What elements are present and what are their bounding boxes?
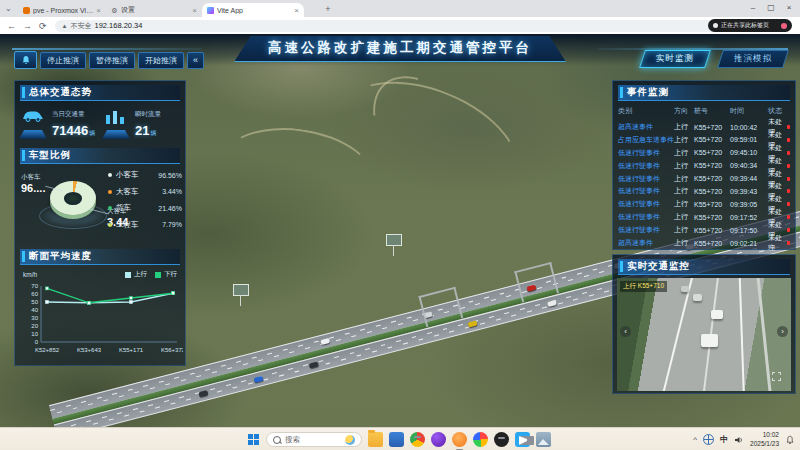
stat-unit: 辆: [150, 130, 156, 136]
browser-addressbar: ← → ⟳ ▲ 不安全 192.168.20.34: [0, 17, 800, 34]
app-icon-orange[interactable]: [452, 432, 467, 447]
event-status: 未处理: [768, 233, 790, 253]
lane-line: [739, 278, 746, 391]
column-header: 桩号: [694, 106, 730, 116]
event-category: 低速行驶事件: [618, 161, 674, 171]
bell-icon: [21, 55, 31, 65]
speed-legend-item: 下行: [155, 270, 177, 279]
tray-date: 2025/1/23: [750, 440, 779, 448]
ime-indicator[interactable]: 中: [720, 434, 728, 445]
speed-legend-item: 上行: [125, 270, 147, 279]
search-icon: [273, 436, 281, 444]
sim-button[interactable]: 暂停推演: [89, 52, 135, 69]
event-direction: 上行: [674, 174, 694, 184]
recorder-icon[interactable]: [494, 432, 509, 447]
file-explorer-icon[interactable]: [368, 432, 383, 447]
event-stake: K55+720: [694, 214, 730, 221]
legend-item: 工程车7.79%: [108, 220, 182, 230]
guardrail: [756, 278, 773, 391]
road-sign: [233, 284, 249, 296]
carousel-left-button[interactable]: ‹: [620, 326, 631, 337]
mode-button[interactable]: 推演模拟: [717, 50, 789, 68]
weather-icon[interactable]: [345, 435, 355, 445]
network-icon[interactable]: [703, 434, 714, 445]
event-direction: 上行: [674, 186, 694, 196]
app-icon-blue[interactable]: [389, 432, 404, 447]
tab-close-icon[interactable]: ×: [294, 6, 299, 15]
section-title-speed: 断面平均速度: [20, 249, 180, 265]
event-category: 占用应急车道事件: [618, 135, 674, 145]
svg-text:50: 50: [31, 299, 38, 305]
new-tab-button[interactable]: +: [322, 3, 334, 15]
legend-item: 货车21.46%: [108, 203, 182, 213]
event-time: 09:39:05: [730, 201, 768, 208]
window-minimize-button[interactable]: –: [744, 0, 762, 15]
status-dot: [787, 215, 790, 219]
carousel-right-button[interactable]: ›: [777, 326, 788, 337]
url-input[interactable]: ▲ 不安全 192.168.20.34: [55, 20, 759, 32]
stat-value-row: 71446辆: [52, 121, 95, 139]
section-title-events: 事件监测: [618, 85, 790, 101]
legend-dot: [108, 173, 112, 177]
camera-feed[interactable]: 上行 K55+710 ‹ ›: [617, 278, 791, 391]
window-maximize-button[interactable]: ▢: [762, 0, 780, 15]
event-category: 低速行驶事件: [618, 225, 674, 235]
car-icon: [18, 108, 48, 140]
collapse-panel-button[interactable]: «: [187, 52, 204, 69]
tab-close-icon[interactable]: ×: [96, 6, 101, 15]
back-icon[interactable]: ←: [7, 21, 16, 31]
app-icon-purple[interactable]: [431, 432, 446, 447]
simulation-controls: 停止推演暂停推演开始推演 «: [14, 51, 204, 69]
vehicle: [701, 334, 718, 347]
event-time: 09:39:44: [730, 175, 768, 182]
svg-text:K52+852: K52+852: [35, 347, 60, 353]
vehicle: [198, 390, 208, 397]
taskbar-search-input[interactable]: 搜索: [266, 432, 362, 447]
event-time: 09:59:01: [730, 136, 768, 143]
vehicle: [693, 294, 702, 301]
svg-text:70: 70: [31, 283, 38, 289]
tab-close-icon[interactable]: ×: [192, 6, 197, 15]
status-dot: [787, 151, 790, 155]
stop-share-icon[interactable]: [781, 23, 787, 29]
screenshot-icon[interactable]: [536, 432, 551, 447]
tab-title: pve - Proxmox Virtual Envi...: [33, 7, 93, 14]
map-viewport[interactable]: 高速公路改扩建施工期交通管控平台 停止推演暂停推演开始推演 « 实时监测推演模拟…: [0, 34, 800, 427]
tab-share-banner[interactable]: 正在共享此标签页: [708, 19, 792, 32]
live-video-panel: 实时交通监控 上行 K55+710 ‹ ›: [612, 254, 796, 394]
browser-tab[interactable]: Vite App×: [202, 3, 304, 17]
browser-tab[interactable]: ⚙设置×: [106, 3, 202, 17]
tray-overflow-chevron-icon[interactable]: ^: [693, 435, 697, 444]
tab-title: Vite App: [217, 7, 291, 14]
table-row[interactable]: 超高速事件上行K55+72010:00:42未处理: [618, 117, 790, 130]
forward-icon[interactable]: →: [23, 21, 32, 31]
event-direction: 上行: [674, 225, 694, 235]
sim-button[interactable]: 停止推演: [40, 52, 86, 69]
tray-clock[interactable]: 10:02 2025/1/23: [750, 431, 779, 447]
browser-tab[interactable]: pve - Proxmox Virtual Envi...×: [18, 3, 106, 17]
event-stake: K55+720: [694, 227, 730, 234]
notification-bell-icon[interactable]: [785, 435, 795, 445]
legend-value: 96.56%: [158, 172, 182, 179]
flow-bars-icon: [101, 108, 131, 140]
event-time: 09:45:10: [730, 149, 768, 156]
sim-button[interactable]: 开始推演: [138, 52, 184, 69]
vehicle-ratio-chart: 小客车 96.... 大客车 3.44 小客车96.56%大客车3.44%货车2…: [15, 167, 185, 245]
window-close-button[interactable]: ×: [780, 0, 798, 15]
reload-icon[interactable]: ⟳: [39, 21, 47, 31]
mode-button[interactable]: 实时监测: [639, 50, 711, 68]
vehicle: [681, 286, 689, 292]
speed-chart-legend: 上行下行: [125, 270, 177, 279]
stat-label: 当日交通量: [52, 110, 95, 119]
fullscreen-icon[interactable]: [772, 372, 781, 381]
volume-icon[interactable]: [734, 435, 744, 445]
windows-start-button[interactable]: [248, 434, 260, 446]
photos-icon[interactable]: [473, 432, 488, 447]
alarm-button[interactable]: [14, 51, 37, 69]
column-header: 状态: [768, 106, 790, 116]
tab-search-chevron-icon[interactable]: ⌄: [5, 4, 12, 13]
chrome-icon[interactable]: [410, 432, 425, 447]
security-warning-icon[interactable]: ▲: [62, 23, 68, 29]
vite-icon: [207, 7, 214, 14]
messenger-icon[interactable]: [515, 432, 530, 447]
